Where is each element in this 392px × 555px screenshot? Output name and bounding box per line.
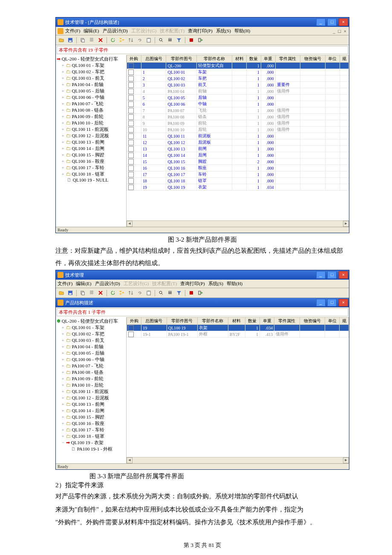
table-row[interactable]: 10PA100 10后轮1.000借用件 (127, 127, 349, 133)
col-header[interactable]: 零件属性 (275, 55, 300, 63)
tree-node[interactable]: + 🗀 QL100 12 - 后泥板 (56, 395, 126, 401)
refresh-icon[interactable] (109, 36, 117, 44)
table-row[interactable]: 8PA100 08链条1.000借用件 (127, 114, 349, 120)
tree-node[interactable]: + 🗀 QL100 13 - 前闸 (56, 401, 126, 408)
menu-system[interactable]: 系统(S) (208, 280, 223, 287)
sort-icon[interactable] (127, 36, 135, 44)
col-header[interactable]: 规 (340, 318, 349, 325)
tree-node[interactable]: + 🗀 PA100 04 - 前轴 (56, 344, 126, 350)
col-header[interactable]: 零部件图号 (166, 55, 196, 63)
tree-node[interactable]: + 🗀 QL100 16 - 鞍座 (56, 420, 126, 427)
table-row[interactable]: 7PA100 07飞轮1.000借用件 (127, 107, 349, 114)
table-row[interactable]: 16QL100 16鞍座1.000 (127, 165, 349, 171)
list-icon[interactable] (88, 36, 95, 44)
menu-help[interactable]: 帮助(H) (227, 280, 242, 287)
col-header[interactable]: 物资编号 (300, 318, 325, 325)
scroll-left-icon[interactable]: ◄ (127, 221, 133, 227)
tree-node[interactable]: + 🗀 QL100 06 - 中轴 (56, 356, 126, 363)
menu-system[interactable]: 系统(S) (216, 28, 231, 34)
col-header[interactable]: 单重 (260, 318, 274, 325)
close-button[interactable]: × (339, 18, 348, 26)
menu-edit[interactable]: 编辑(E) (84, 28, 99, 34)
table-row[interactable]: 3QL100 03前叉1.000重要件 (127, 82, 349, 88)
menu-query[interactable]: 查询打印(P) (180, 280, 205, 287)
tree-node[interactable]: + 🗀 QL100 17 - 车铃 (56, 427, 126, 433)
menu-help[interactable]: 帮助(H) (234, 28, 250, 34)
scroll-right-icon[interactable]: ► (343, 457, 349, 463)
mdi-close[interactable]: × (344, 29, 346, 34)
checkbox[interactable] (128, 332, 134, 337)
hscroll-1[interactable]: ◄► (127, 220, 349, 227)
print-icon[interactable] (166, 36, 174, 44)
mdi-maximize-button[interactable]: □ (327, 299, 337, 306)
link-icon[interactable] (136, 36, 144, 44)
table-row[interactable]: 19QL100 19衣架1.034 (127, 325, 349, 331)
tree-node[interactable]: + 🗀 QL100 05 - 后轴 (56, 88, 126, 94)
tree-panel-2[interactable]: ✽ QL-200 - 轻便型女式自行车+ 🗀 QL100 01 - 车架+ 🗀 … (56, 317, 127, 463)
checkbox[interactable] (128, 325, 134, 331)
checkbox[interactable] (128, 127, 134, 133)
tree-node[interactable]: + 🗀 QL100 11 - 前泥板 (56, 126, 126, 133)
table-row[interactable]: 12QL100 12后泥板1.000 (127, 139, 349, 146)
tree-node-child[interactable]: 🗋 PA100 19-1 - 外框 (56, 446, 126, 452)
table-row[interactable]: QL-200轻便型女式自1.000 (127, 63, 349, 69)
exit-icon[interactable] (196, 289, 204, 297)
scroll-left-icon[interactable]: ◄ (127, 457, 133, 463)
table-row[interactable]: 11QL100 11前泥板1.000 (127, 133, 349, 139)
exit-icon[interactable] (196, 36, 204, 44)
copy-icon[interactable] (79, 36, 86, 44)
table-row[interactable]: 19QL100 19衣架1.034 (127, 184, 349, 191)
mdi-max[interactable]: □ (338, 29, 341, 34)
minimize-button[interactable]: _ (316, 271, 326, 279)
col-header[interactable]: 物资编号 (300, 55, 326, 63)
tree-node[interactable]: + 🗀 PA100 07 - 飞轮 (56, 363, 126, 369)
stop-icon[interactable] (187, 36, 195, 44)
list-icon[interactable] (88, 289, 95, 297)
tree-node[interactable]: + 🗀 QL100 13 - 前闸 (56, 139, 126, 145)
tree-node[interactable]: 🗋 QL100 19 - NULL (56, 177, 126, 182)
checkbox[interactable] (128, 63, 134, 69)
menu-file[interactable]: 文件(F) (58, 280, 72, 287)
maximize-button[interactable]: □ (327, 18, 337, 26)
tree-node[interactable]: + 🗀 QL100 03 - 前叉 (56, 337, 126, 344)
checkbox[interactable] (128, 114, 134, 120)
checkbox[interactable] (128, 95, 134, 101)
save-icon[interactable] (66, 36, 74, 44)
save-icon[interactable] (66, 289, 74, 297)
tree-node[interactable]: + 🗀 QL100 05 - 后轴 (56, 350, 126, 356)
mdi-min[interactable]: _ (333, 29, 335, 34)
col-header[interactable]: 规 (340, 55, 349, 63)
filter-icon[interactable] (175, 289, 183, 297)
tree-node[interactable]: + 🗀 QL100 16 - 鞍座 (56, 158, 126, 165)
tree-node[interactable]: + 🗀 PA100 09 - 前轮 (56, 376, 126, 382)
tree-node[interactable]: + 🗀 QL100 03 - 前叉 (56, 75, 126, 81)
table-row[interactable]: 14QL100 14后闸1.000 (127, 152, 349, 159)
col-header[interactable]: 零部件名称 (196, 55, 232, 63)
tree-icon[interactable] (118, 289, 126, 297)
tree-root[interactable]: ➡ QL-200 - 轻便型女式自行车 (56, 56, 126, 62)
table-row[interactable]: 13QL100 13前闸1.000 (127, 146, 349, 152)
checkbox[interactable] (128, 146, 134, 152)
tree-node[interactable]: + 🗀 PA100 08 - 链条 (56, 369, 126, 376)
table-row[interactable]: 1QL100 01车架1.000 (127, 69, 349, 75)
checkbox[interactable] (128, 159, 134, 165)
mdi-minimize-button[interactable]: _ (316, 299, 326, 306)
parts-table-1[interactable]: 外购总图编号零部件图号零部件名称材料数量单重零件属性物资编号单位规QL-200轻… (127, 55, 349, 191)
tree-node[interactable]: + 🗀 PA100 04 - 前轴 (56, 81, 126, 88)
table-row[interactable]: 6QL100 06中轴1.000 (127, 101, 349, 107)
col-header[interactable]: 单位 (325, 55, 340, 63)
col-header[interactable]: 外购 (127, 318, 141, 325)
checkbox[interactable] (128, 153, 134, 158)
sort-icon[interactable] (127, 289, 135, 297)
mdi-close-button[interactable]: × (339, 299, 348, 306)
menu-file[interactable]: 文件(F) (65, 28, 80, 34)
tree-node[interactable]: + 🗀 QL100 14 - 后闸 (56, 145, 126, 152)
checkbox[interactable] (128, 76, 134, 81)
menu-edit[interactable]: 编辑(E) (76, 280, 91, 287)
checkbox[interactable] (128, 133, 134, 139)
table-row[interactable]: 9PA100 09前轮1.000借用件 (127, 120, 349, 127)
menu-query[interactable]: 查询打印(P) (188, 28, 212, 34)
tree-node[interactable]: + 🗀 QL100 12 - 后泥板 (56, 133, 126, 139)
tree-panel-1[interactable]: ➡ QL-200 - 轻便型女式自行车+ 🗀 QL100 01 - 车架+ 🗀 … (56, 55, 127, 227)
tree-node[interactable]: + 🗀 QL100 11 - 前泥板 (56, 388, 126, 395)
